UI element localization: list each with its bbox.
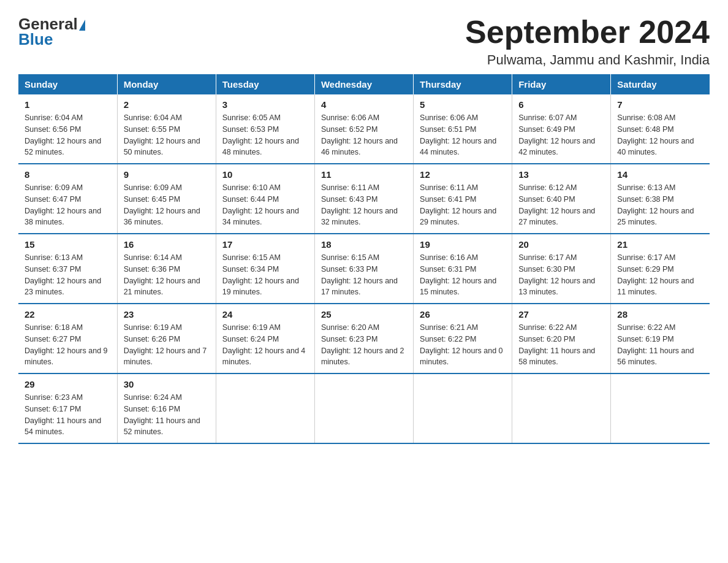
calendar-cell: 22 Sunrise: 6:18 AMSunset: 6:27 PMDaylig… xyxy=(18,304,117,373)
calendar-cell: 11 Sunrise: 6:11 AMSunset: 6:43 PMDaylig… xyxy=(314,164,413,234)
calendar-cell: 18 Sunrise: 6:15 AMSunset: 6:33 PMDaylig… xyxy=(314,234,413,304)
day-info: Sunrise: 6:15 AMSunset: 6:34 PMDaylight:… xyxy=(222,253,299,296)
day-number: 10 xyxy=(222,169,308,180)
day-number: 5 xyxy=(420,99,506,110)
day-number: 22 xyxy=(25,309,111,320)
day-number: 14 xyxy=(617,169,703,180)
calendar-cell: 7 Sunrise: 6:08 AMSunset: 6:48 PMDayligh… xyxy=(611,94,710,164)
day-info: Sunrise: 6:15 AMSunset: 6:33 PMDaylight:… xyxy=(321,253,398,296)
calendar-cell: 17 Sunrise: 6:15 AMSunset: 6:34 PMDaylig… xyxy=(216,234,314,304)
calendar-cell xyxy=(512,373,611,443)
day-info: Sunrise: 6:08 AMSunset: 6:48 PMDaylight:… xyxy=(617,113,694,156)
day-number: 4 xyxy=(321,99,407,110)
day-number: 13 xyxy=(518,169,604,180)
calendar-week-row: 29 Sunrise: 6:23 AMSunset: 6:17 PMDaylig… xyxy=(18,373,710,443)
day-number: 11 xyxy=(321,169,407,180)
day-number: 28 xyxy=(617,309,703,320)
day-number: 7 xyxy=(617,99,703,110)
calendar-cell: 27 Sunrise: 6:22 AMSunset: 6:20 PMDaylig… xyxy=(512,304,611,373)
day-info: Sunrise: 6:13 AMSunset: 6:37 PMDaylight:… xyxy=(25,253,101,296)
calendar-week-row: 15 Sunrise: 6:13 AMSunset: 6:37 PMDaylig… xyxy=(18,234,710,304)
logo: General Blue xyxy=(18,15,85,49)
calendar-week-row: 8 Sunrise: 6:09 AMSunset: 6:47 PMDayligh… xyxy=(18,164,710,234)
day-info: Sunrise: 6:13 AMSunset: 6:38 PMDaylight:… xyxy=(617,183,694,226)
weekday-header-tuesday: Tuesday xyxy=(216,74,314,94)
day-number: 27 xyxy=(518,309,604,320)
day-number: 8 xyxy=(25,169,111,180)
day-info: Sunrise: 6:04 AMSunset: 6:56 PMDaylight:… xyxy=(25,113,101,156)
day-info: Sunrise: 6:17 AMSunset: 6:30 PMDaylight:… xyxy=(518,253,595,296)
day-number: 24 xyxy=(222,309,308,320)
calendar-cell: 6 Sunrise: 6:07 AMSunset: 6:49 PMDayligh… xyxy=(512,94,611,164)
calendar-table: SundayMondayTuesdayWednesdayThursdayFrid… xyxy=(18,74,710,444)
weekday-header-row: SundayMondayTuesdayWednesdayThursdayFrid… xyxy=(18,74,710,94)
calendar-cell: 24 Sunrise: 6:19 AMSunset: 6:24 PMDaylig… xyxy=(216,304,314,373)
day-info: Sunrise: 6:09 AMSunset: 6:47 PMDaylight:… xyxy=(25,183,101,226)
day-number: 30 xyxy=(124,379,210,389)
day-number: 23 xyxy=(124,309,210,320)
calendar-cell: 1 Sunrise: 6:04 AMSunset: 6:56 PMDayligh… xyxy=(18,94,117,164)
day-info: Sunrise: 6:12 AMSunset: 6:40 PMDaylight:… xyxy=(518,183,595,226)
calendar-subtitle: Pulwama, Jammu and Kashmir, India xyxy=(465,52,710,68)
calendar-cell: 9 Sunrise: 6:09 AMSunset: 6:45 PMDayligh… xyxy=(117,164,216,234)
day-info: Sunrise: 6:04 AMSunset: 6:55 PMDaylight:… xyxy=(124,113,200,156)
day-number: 19 xyxy=(420,239,506,250)
day-number: 26 xyxy=(420,309,506,320)
calendar-cell: 4 Sunrise: 6:06 AMSunset: 6:52 PMDayligh… xyxy=(314,94,413,164)
calendar-cell xyxy=(314,373,413,443)
day-number: 15 xyxy=(25,239,111,250)
day-info: Sunrise: 6:22 AMSunset: 6:19 PMDaylight:… xyxy=(617,323,694,366)
calendar-cell: 8 Sunrise: 6:09 AMSunset: 6:47 PMDayligh… xyxy=(18,164,117,234)
calendar-cell: 5 Sunrise: 6:06 AMSunset: 6:51 PMDayligh… xyxy=(414,94,512,164)
calendar-cell: 13 Sunrise: 6:12 AMSunset: 6:40 PMDaylig… xyxy=(512,164,611,234)
weekday-header-monday: Monday xyxy=(117,74,216,94)
day-info: Sunrise: 6:19 AMSunset: 6:24 PMDaylight:… xyxy=(222,323,306,366)
day-info: Sunrise: 6:18 AMSunset: 6:27 PMDaylight:… xyxy=(25,323,108,366)
weekday-header-wednesday: Wednesday xyxy=(314,74,413,94)
weekday-header-thursday: Thursday xyxy=(414,74,512,94)
calendar-cell: 26 Sunrise: 6:21 AMSunset: 6:22 PMDaylig… xyxy=(414,304,512,373)
calendar-cell: 25 Sunrise: 6:20 AMSunset: 6:23 PMDaylig… xyxy=(314,304,413,373)
page-header: General Blue September 2024 Pulwama, Jam… xyxy=(18,15,710,68)
day-number: 21 xyxy=(617,239,703,250)
day-info: Sunrise: 6:11 AMSunset: 6:41 PMDaylight:… xyxy=(420,183,496,226)
calendar-cell: 12 Sunrise: 6:11 AMSunset: 6:41 PMDaylig… xyxy=(414,164,512,234)
day-info: Sunrise: 6:19 AMSunset: 6:26 PMDaylight:… xyxy=(124,323,207,366)
weekday-header-sunday: Sunday xyxy=(18,74,117,94)
calendar-body: 1 Sunrise: 6:04 AMSunset: 6:56 PMDayligh… xyxy=(18,94,710,443)
calendar-header: SundayMondayTuesdayWednesdayThursdayFrid… xyxy=(18,74,710,94)
day-info: Sunrise: 6:11 AMSunset: 6:43 PMDaylight:… xyxy=(321,183,398,226)
day-info: Sunrise: 6:05 AMSunset: 6:53 PMDaylight:… xyxy=(222,113,299,156)
day-number: 18 xyxy=(321,239,407,250)
day-info: Sunrise: 6:06 AMSunset: 6:52 PMDaylight:… xyxy=(321,113,398,156)
day-number: 12 xyxy=(420,169,506,180)
day-number: 17 xyxy=(222,239,308,250)
day-number: 20 xyxy=(518,239,604,250)
logo-blue-text: Blue xyxy=(18,30,53,49)
calendar-cell: 21 Sunrise: 6:17 AMSunset: 6:29 PMDaylig… xyxy=(611,234,710,304)
calendar-week-row: 1 Sunrise: 6:04 AMSunset: 6:56 PMDayligh… xyxy=(18,94,710,164)
day-info: Sunrise: 6:07 AMSunset: 6:49 PMDaylight:… xyxy=(518,113,595,156)
day-info: Sunrise: 6:17 AMSunset: 6:29 PMDaylight:… xyxy=(617,253,694,296)
day-number: 1 xyxy=(25,99,111,110)
calendar-cell: 15 Sunrise: 6:13 AMSunset: 6:37 PMDaylig… xyxy=(18,234,117,304)
calendar-week-row: 22 Sunrise: 6:18 AMSunset: 6:27 PMDaylig… xyxy=(18,304,710,373)
calendar-cell: 16 Sunrise: 6:14 AMSunset: 6:36 PMDaylig… xyxy=(117,234,216,304)
day-number: 6 xyxy=(518,99,604,110)
calendar-cell: 14 Sunrise: 6:13 AMSunset: 6:38 PMDaylig… xyxy=(611,164,710,234)
weekday-header-friday: Friday xyxy=(512,74,611,94)
day-info: Sunrise: 6:22 AMSunset: 6:20 PMDaylight:… xyxy=(518,323,595,366)
calendar-cell: 2 Sunrise: 6:04 AMSunset: 6:55 PMDayligh… xyxy=(117,94,216,164)
day-info: Sunrise: 6:10 AMSunset: 6:44 PMDaylight:… xyxy=(222,183,299,226)
day-info: Sunrise: 6:16 AMSunset: 6:31 PMDaylight:… xyxy=(420,253,496,296)
calendar-cell: 23 Sunrise: 6:19 AMSunset: 6:26 PMDaylig… xyxy=(117,304,216,373)
day-number: 3 xyxy=(222,99,308,110)
day-info: Sunrise: 6:14 AMSunset: 6:36 PMDaylight:… xyxy=(124,253,200,296)
calendar-cell: 19 Sunrise: 6:16 AMSunset: 6:31 PMDaylig… xyxy=(414,234,512,304)
calendar-cell: 30 Sunrise: 6:24 AMSunset: 6:16 PMDaylig… xyxy=(117,373,216,443)
calendar-cell: 29 Sunrise: 6:23 AMSunset: 6:17 PMDaylig… xyxy=(18,373,117,443)
day-info: Sunrise: 6:20 AMSunset: 6:23 PMDaylight:… xyxy=(321,323,404,366)
calendar-cell: 10 Sunrise: 6:10 AMSunset: 6:44 PMDaylig… xyxy=(216,164,314,234)
calendar-cell: 20 Sunrise: 6:17 AMSunset: 6:30 PMDaylig… xyxy=(512,234,611,304)
calendar-cell: 3 Sunrise: 6:05 AMSunset: 6:53 PMDayligh… xyxy=(216,94,314,164)
